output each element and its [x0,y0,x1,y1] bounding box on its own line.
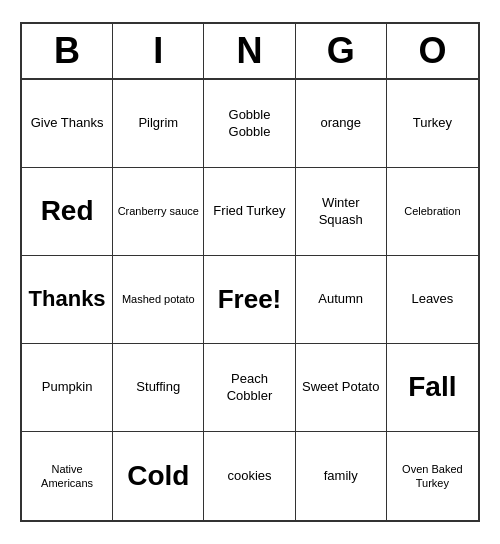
bingo-cell: Autumn [296,256,387,344]
bingo-cell: Stuffing [113,344,204,432]
bingo-cell: Free! [204,256,295,344]
bingo-cell: Gobble Gobble [204,80,295,168]
bingo-cell: Winter Squash [296,168,387,256]
bingo-cell: Mashed potato [113,256,204,344]
bingo-card: BINGO Give ThanksPilgrimGobble Gobbleora… [20,22,480,522]
bingo-cell: Thanks [22,256,113,344]
bingo-cell: Pilgrim [113,80,204,168]
bingo-cell: Fall [387,344,478,432]
bingo-cell: Cold [113,432,204,520]
header-letter: I [113,24,204,78]
bingo-cell: Peach Cobbler [204,344,295,432]
bingo-cell: Cranberry sauce [113,168,204,256]
bingo-cell: Oven Baked Turkey [387,432,478,520]
bingo-cell: Fried Turkey [204,168,295,256]
bingo-cell: family [296,432,387,520]
bingo-cell: Pumpkin [22,344,113,432]
bingo-header: BINGO [22,24,478,80]
header-letter: N [204,24,295,78]
bingo-cell: Native Americans [22,432,113,520]
bingo-cell: Red [22,168,113,256]
header-letter: B [22,24,113,78]
header-letter: G [296,24,387,78]
bingo-cell: Sweet Potato [296,344,387,432]
bingo-cell: Leaves [387,256,478,344]
bingo-grid: Give ThanksPilgrimGobble GobbleorangeTur… [22,80,478,520]
bingo-cell: Celebration [387,168,478,256]
bingo-cell: Turkey [387,80,478,168]
bingo-cell: Give Thanks [22,80,113,168]
bingo-cell: cookies [204,432,295,520]
header-letter: O [387,24,478,78]
bingo-cell: orange [296,80,387,168]
